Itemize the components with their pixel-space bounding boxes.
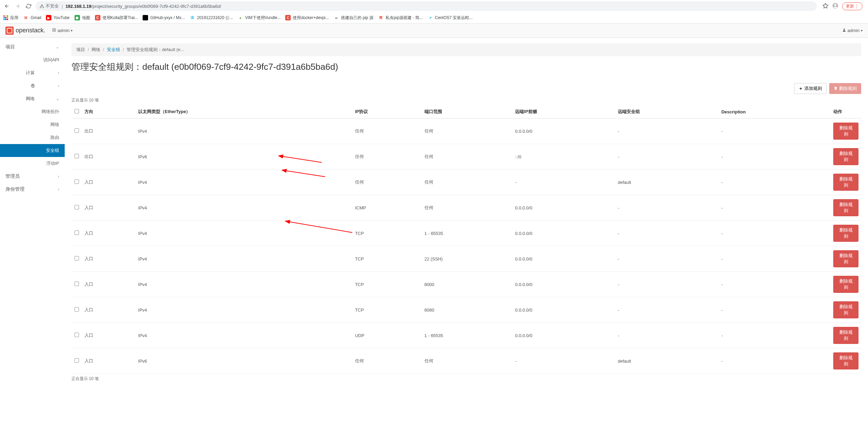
row-checkbox[interactable] bbox=[75, 282, 79, 286]
forward-button[interactable] bbox=[14, 2, 22, 10]
bookmark-item[interactable]: 简私有pip源搭建 - 简... bbox=[378, 15, 423, 21]
sidebar-item-networks[interactable]: 网络 bbox=[0, 118, 65, 131]
col-ether-type[interactable]: 以太网类型（EtherType） bbox=[135, 105, 352, 118]
sidebar-item-network[interactable]: 网络 ⌄ bbox=[0, 92, 65, 105]
bookmark-favicon: ∞ bbox=[334, 15, 339, 20]
cell-ether-type: IPv6 bbox=[135, 348, 352, 374]
bookmark-item[interactable]: GitHub-yxyx / Mx... bbox=[143, 15, 184, 20]
project-selector-label: admin bbox=[58, 28, 69, 33]
openstack-logo[interactable]: openstack. bbox=[5, 27, 45, 35]
chevron-down-icon: ⌄ bbox=[56, 96, 59, 101]
bookmark-favicon: C bbox=[285, 15, 291, 20]
browser-update-button[interactable]: 更新 ⋮ bbox=[842, 2, 863, 10]
url-text: 192.168.1.19/project/security_groups/e0b… bbox=[65, 4, 221, 9]
bookmark-item[interactable]: ↗CentOS7 安装远程... bbox=[428, 15, 473, 21]
row-checkbox[interactable] bbox=[75, 307, 79, 312]
row-checkbox[interactable] bbox=[75, 333, 79, 337]
bookmark-item[interactable]: ▶YouTube bbox=[46, 15, 69, 20]
row-checkbox[interactable] bbox=[75, 128, 79, 133]
col-remote-ip[interactable]: 远端IP前缀 bbox=[512, 105, 615, 118]
sidebar-item-api-access[interactable]: 访问API bbox=[0, 53, 65, 66]
profile-icon[interactable] bbox=[832, 2, 839, 10]
user-menu[interactable]: admin ▾ bbox=[842, 28, 863, 33]
table-row: 入口 IPv4 UDP 1 - 65535 0.0.0.0/0 - - 删除规则 bbox=[71, 323, 861, 348]
cell-direction: 出口 bbox=[82, 144, 135, 170]
table-row: 出口 IPv4 任何 任何 0.0.0.0/0 - - 删除规则 bbox=[71, 118, 861, 144]
delete-rules-button[interactable]: 删除规则 bbox=[829, 83, 861, 94]
cell-port-range: 任何 bbox=[422, 170, 512, 195]
cell-direction: 出口 bbox=[82, 118, 135, 144]
sidebar-item-compute[interactable]: 计算 › bbox=[0, 66, 65, 79]
delete-rule-button[interactable]: 删除规则 bbox=[833, 174, 858, 191]
sidebar-item-floating-ips[interactable]: 浮动IP bbox=[0, 157, 65, 170]
address-bar[interactable]: 不安全 | 192.168.1.19/project/security_grou… bbox=[35, 1, 817, 11]
cell-port-range: 任何 bbox=[422, 348, 512, 374]
sidebar-item-routers[interactable]: 路由 bbox=[0, 131, 65, 144]
breadcrumb-security-groups[interactable]: 安全组 bbox=[107, 47, 120, 52]
cell-ip-protocol: TCP bbox=[352, 221, 422, 246]
sidebar: 项目 ⌄ 访问API 计算 › 卷 › 网络 ⌄ 网络拓扑 网络 路由 安全组 bbox=[0, 38, 65, 389]
bookmark-item[interactable]: C使用docker+devpi... bbox=[285, 15, 329, 21]
bookmark-item[interactable]: ●VIM下使用Vundle... bbox=[238, 15, 280, 21]
sidebar-item-volumes[interactable]: 卷 › bbox=[0, 79, 65, 92]
cell-remote-sg: - bbox=[615, 246, 719, 272]
table-row: 入口 IPv4 TCP 1 - 65535 0.0.0.0/0 - - 删除规则 bbox=[71, 221, 861, 246]
cell-remote-ip: 0.0.0.0/0 bbox=[512, 195, 615, 221]
cell-ip-protocol: TCP bbox=[352, 297, 422, 323]
openstack-header: openstack. admin ▾ admin ▾ bbox=[0, 23, 868, 38]
cell-ether-type: IPv4 bbox=[135, 195, 352, 221]
row-checkbox[interactable] bbox=[75, 231, 79, 235]
sidebar-item-network-topology[interactable]: 网络拓扑 bbox=[0, 105, 65, 118]
col-remote-sg[interactable]: 远端安全组 bbox=[615, 105, 719, 118]
delete-rule-button[interactable]: 删除规则 bbox=[833, 225, 858, 242]
delete-rule-button[interactable]: 删除规则 bbox=[833, 199, 858, 216]
reload-button[interactable] bbox=[25, 2, 33, 10]
delete-rule-button[interactable]: 删除规则 bbox=[833, 276, 858, 293]
sidebar-item-project[interactable]: 项目 ⌄ bbox=[0, 41, 65, 53]
col-port-range[interactable]: 端口范围 bbox=[422, 105, 512, 118]
bookmark-label: 201912231620 公... bbox=[197, 15, 233, 21]
bookmark-item[interactable]: 溪201912231620 公... bbox=[190, 15, 233, 21]
col-description[interactable]: Description bbox=[719, 105, 831, 118]
bookmark-label: CentOS7 安装远程... bbox=[435, 15, 473, 21]
delete-rule-button[interactable]: 删除规则 bbox=[833, 327, 858, 344]
trash-icon bbox=[834, 86, 838, 91]
cell-ether-type: IPv4 bbox=[135, 272, 352, 297]
cell-port-range: 1 - 65535 bbox=[422, 323, 512, 348]
project-selector[interactable]: admin ▾ bbox=[52, 28, 73, 33]
svg-line-10 bbox=[285, 171, 325, 177]
delete-rule-button[interactable]: 删除规则 bbox=[833, 148, 858, 165]
bookmark-item[interactable]: C使用Kolla部署Trai... bbox=[95, 15, 138, 21]
row-checkbox[interactable] bbox=[75, 358, 79, 363]
row-checkbox[interactable] bbox=[75, 179, 79, 184]
bookmark-item[interactable]: ⬢地图 bbox=[75, 15, 90, 21]
cell-remote-ip: 0.0.0.0/0 bbox=[512, 221, 615, 246]
row-checkbox[interactable] bbox=[75, 205, 79, 209]
back-button[interactable] bbox=[3, 2, 11, 10]
cell-ether-type: IPv4 bbox=[135, 323, 352, 348]
apps-grid-icon bbox=[3, 15, 8, 20]
bookmark-item[interactable]: ∞搭建自己的 pip 源 bbox=[334, 15, 373, 21]
apps-button[interactable]: 应用 bbox=[3, 15, 18, 21]
col-ip-protocol[interactable]: IP协议 bbox=[352, 105, 422, 118]
chevron-right-icon: › bbox=[58, 187, 59, 192]
select-all-checkbox[interactable] bbox=[75, 109, 79, 113]
breadcrumb-network[interactable]: 网络 bbox=[92, 47, 100, 52]
bookmark-star-icon[interactable] bbox=[822, 3, 829, 10]
showing-count-bottom: 正在显示 10 项 bbox=[71, 376, 861, 382]
col-direction[interactable]: 方向 bbox=[82, 105, 135, 118]
add-rule-button[interactable]: ＋ 添加规则 bbox=[794, 83, 826, 94]
sidebar-item-identity[interactable]: 身份管理 › bbox=[0, 183, 65, 196]
delete-rule-button[interactable]: 删除规则 bbox=[833, 352, 858, 369]
sidebar-item-admin[interactable]: 管理员 › bbox=[0, 170, 65, 183]
row-checkbox[interactable] bbox=[75, 256, 79, 260]
cell-direction: 入口 bbox=[82, 323, 135, 348]
breadcrumb-project[interactable]: 项目 bbox=[76, 47, 85, 52]
delete-rule-button[interactable]: 删除规则 bbox=[833, 250, 858, 267]
sidebar-item-security-groups[interactable]: 安全组 bbox=[0, 144, 65, 157]
bookmark-item[interactable]: MGmail bbox=[23, 15, 41, 20]
row-checkbox[interactable] bbox=[75, 154, 79, 158]
delete-rule-button[interactable]: 删除规则 bbox=[833, 301, 858, 318]
delete-rule-button[interactable]: 删除规则 bbox=[833, 123, 858, 140]
table-row: 入口 IPv4 TCP 8080 0.0.0.0/0 - - 删除规则 bbox=[71, 297, 861, 323]
